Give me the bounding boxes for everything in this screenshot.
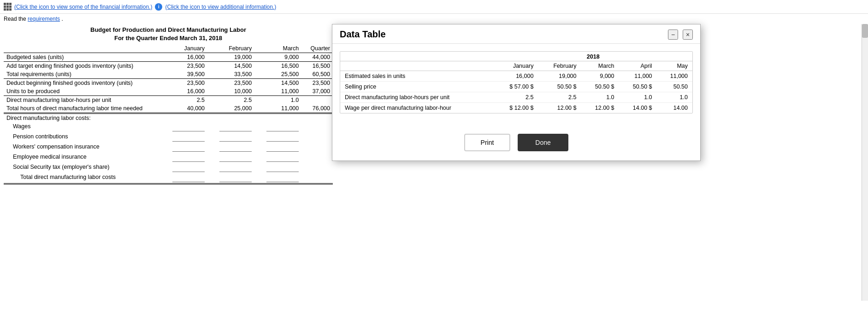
budget-row: Add target ending finished goods invento… (4, 62, 333, 71)
grid-icon[interactable] (4, 3, 12, 11)
labor-cost-input[interactable] (219, 174, 252, 182)
labor-cost-input[interactable] (219, 154, 252, 162)
budget-input-cell[interactable] (160, 173, 207, 184)
labor-cost-input[interactable] (266, 123, 299, 131)
budget-value-cell: 40,000 (160, 104, 207, 113)
modal-row-value: $ 12.00 $ (494, 103, 538, 113)
budget-row: Direct manufacturing labor costs: (4, 113, 333, 123)
budget-input-cell[interactable] (207, 163, 254, 173)
budget-value-cell: 76,000 (301, 104, 333, 113)
labor-cost-input[interactable] (172, 164, 205, 172)
print-button[interactable]: Print (464, 134, 510, 151)
modal-row-value: 2.5 (494, 92, 538, 103)
modal-row-value: 50.50 $ (538, 82, 581, 92)
modal-row-value: 19,000 (538, 71, 581, 82)
budget-input-cell[interactable] (254, 163, 301, 173)
budget-input-cell[interactable] (160, 122, 207, 132)
modal-data-row: Wage per direct manufacturing labor-hour… (340, 103, 692, 113)
requirements-link[interactable]: requirements (28, 16, 60, 22)
budget-value-cell (160, 113, 207, 123)
modal-close-button[interactable]: × (683, 30, 693, 40)
modal-data-row: Estimated sales in units16,00019,0009,00… (340, 71, 692, 82)
budget-value-cell: 14,500 (207, 62, 254, 71)
modal-row-value: 16,000 (494, 71, 538, 82)
budget-value-cell: 37,000 (301, 87, 333, 96)
modal-minimize-button[interactable]: − (668, 30, 678, 40)
modal-col-may: May (657, 61, 692, 71)
budget-input-cell[interactable] (207, 132, 254, 143)
done-button[interactable]: Done (518, 134, 568, 151)
modal-row-value: 1.0 (581, 92, 619, 103)
modal-footer: Print Done (332, 130, 700, 161)
budget-input-cell[interactable] (254, 143, 301, 153)
budget-value-cell: 10,000 (207, 87, 254, 96)
labor-cost-input[interactable] (219, 133, 252, 142)
budget-value-cell (301, 132, 333, 143)
modal-col-jan: January (494, 61, 538, 71)
budget-value-cell (254, 113, 301, 123)
budget-input-cell[interactable] (254, 132, 301, 143)
labor-cost-input[interactable] (172, 154, 205, 162)
labor-cost-input[interactable] (219, 164, 252, 172)
budget-row: Direct manufacturing labor-hours per uni… (4, 96, 333, 105)
labor-cost-input[interactable] (172, 133, 205, 142)
labor-cost-input[interactable] (266, 164, 299, 172)
budget-title: Budget for Production and Direct Manufac… (4, 26, 333, 42)
col-february: February (207, 44, 254, 53)
info-icon[interactable]: i (155, 3, 162, 11)
labor-cost-input[interactable] (172, 143, 205, 152)
labor-cost-input[interactable] (266, 143, 299, 152)
budget-input-cell[interactable] (254, 122, 301, 132)
labor-cost-input[interactable] (172, 174, 205, 182)
budget-input-cell[interactable] (207, 153, 254, 163)
col-january: January (160, 44, 207, 53)
right-scrollbar[interactable] (862, 24, 868, 301)
budget-title-line1: Budget for Production and Direct Manufac… (4, 26, 333, 34)
budget-row: Wages (4, 122, 333, 132)
budget-input-cell[interactable] (207, 122, 254, 132)
modal-data-row: Direct manufacturing labor-hours per uni… (340, 92, 692, 103)
budget-value-cell (301, 173, 333, 184)
labor-cost-input[interactable] (219, 143, 252, 152)
budget-value-cell: 19,000 (207, 53, 254, 62)
modal-row-value: 1.0 (619, 92, 657, 103)
budget-row-label: Workers' compensation insurance (4, 143, 160, 153)
budget-input-cell[interactable] (207, 143, 254, 153)
labor-cost-input[interactable] (172, 123, 205, 131)
budget-value-cell: 60,500 (301, 70, 333, 79)
budget-input-cell[interactable] (254, 173, 301, 184)
budget-row-label: Total direct manufacturing labor costs (4, 173, 160, 184)
labor-cost-input[interactable] (266, 174, 299, 182)
budget-value-cell: 44,000 (301, 53, 333, 62)
budget-input-cell[interactable] (160, 132, 207, 143)
budget-input-cell[interactable] (254, 153, 301, 163)
budget-input-cell[interactable] (160, 143, 207, 153)
labor-cost-input[interactable] (266, 154, 299, 162)
budget-value-cell (301, 163, 333, 173)
modal-controls: − × (668, 30, 693, 40)
modal-title: Data Table (340, 29, 386, 40)
modal-row-value: 50.50 (657, 82, 692, 92)
budget-input-cell[interactable] (160, 163, 207, 173)
budget-input-cell[interactable] (207, 173, 254, 184)
budget-value-cell: 11,000 (254, 87, 301, 96)
budget-row-label: Add target ending finished goods invento… (4, 62, 160, 71)
labor-cost-input[interactable] (266, 133, 299, 142)
modal-row-value: 50.50 $ (581, 82, 619, 92)
left-section: Budget for Production and Direct Manufac… (0, 26, 337, 184)
budget-row: Units to be produced16,00010,00011,00037… (4, 87, 333, 96)
budget-row-label: Total hours of direct manufacturing labo… (4, 104, 160, 113)
modal-row-value: 50.50 $ (619, 82, 657, 92)
budget-input-cell[interactable] (160, 153, 207, 163)
budget-row: Social Security tax (employer's share) (4, 163, 333, 173)
modal-row-value: 11,000 (619, 71, 657, 82)
budget-value-cell: 33,500 (207, 70, 254, 79)
read-label: Read the (4, 16, 26, 22)
additional-info-link[interactable]: (Click the icon to view additional infor… (165, 4, 276, 10)
modal-row-value: $ 57.00 $ (494, 82, 538, 92)
budget-value-cell: 9,000 (254, 53, 301, 62)
budget-value-cell (301, 143, 333, 153)
labor-cost-input[interactable] (219, 123, 252, 131)
financial-info-link[interactable]: (Click the icon to view some of the fina… (14, 4, 152, 10)
top-bar: (Click the icon to view some of the fina… (0, 0, 868, 14)
